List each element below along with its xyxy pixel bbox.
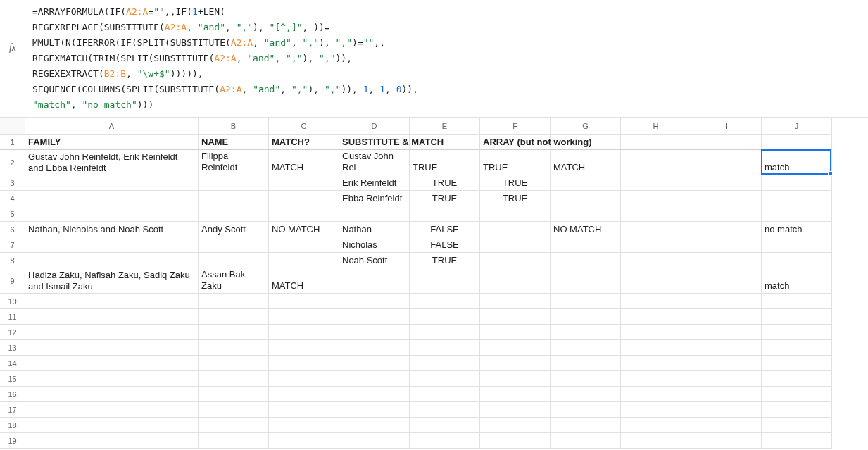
cell-E6[interactable]: FALSE — [410, 222, 480, 237]
cell-B15[interactable] — [199, 371, 269, 387]
cell-A1[interactable]: FAMILY — [25, 135, 199, 150]
column-header-J[interactable]: J — [762, 118, 832, 135]
row-header-8[interactable]: 8 — [0, 253, 25, 268]
row-header-7[interactable]: 7 — [0, 237, 25, 253]
cell-D10[interactable] — [339, 294, 410, 309]
cell-A6[interactable]: Nathan, Nicholas and Noah Scott — [25, 222, 199, 237]
cell-E8[interactable]: TRUE — [410, 253, 480, 268]
cell-C15[interactable] — [269, 371, 339, 387]
column-header-D[interactable]: D — [339, 118, 410, 135]
row-headers[interactable]: 12345678910111213141516171819 — [0, 135, 25, 449]
cell-A3[interactable] — [25, 175, 199, 191]
cell-E7[interactable]: FALSE — [410, 237, 480, 253]
cell-G10[interactable] — [551, 294, 621, 309]
cell-B9[interactable]: Assan Bak Zaku — [199, 268, 269, 294]
cell-A16[interactable] — [25, 387, 199, 402]
cell-I4[interactable] — [691, 191, 762, 206]
cell-F4[interactable]: TRUE — [480, 191, 551, 206]
cell-I13[interactable] — [691, 340, 762, 356]
cell-F15[interactable] — [480, 371, 551, 387]
cell-I12[interactable] — [691, 325, 762, 340]
cell-J7[interactable] — [762, 237, 832, 253]
cell-J14[interactable] — [762, 356, 832, 371]
cell-D13[interactable] — [339, 340, 410, 356]
cell-I16[interactable] — [691, 387, 762, 402]
cell-G2[interactable]: MATCH — [551, 150, 621, 175]
cell-H14[interactable] — [621, 356, 691, 371]
cell-E2[interactable]: TRUE — [410, 150, 480, 175]
cell-C4[interactable] — [269, 191, 339, 206]
cell-G16[interactable] — [551, 387, 621, 402]
cell-C6[interactable]: NO MATCH — [269, 222, 339, 237]
cell-A17[interactable] — [25, 402, 199, 418]
row-header-4[interactable]: 4 — [0, 191, 25, 206]
cell-E15[interactable] — [410, 371, 480, 387]
cell-G8[interactable] — [551, 253, 621, 268]
cell-H4[interactable] — [621, 191, 691, 206]
select-all-corner[interactable] — [0, 118, 25, 135]
cell-D6[interactable]: Nathan — [339, 222, 410, 237]
cell-C14[interactable] — [269, 356, 339, 371]
cell-F8[interactable] — [480, 253, 551, 268]
cell-G7[interactable] — [551, 237, 621, 253]
cell-I14[interactable] — [691, 356, 762, 371]
cell-G3[interactable] — [551, 175, 621, 191]
cell-H8[interactable] — [621, 253, 691, 268]
cell-J17[interactable] — [762, 402, 832, 418]
cell-J16[interactable] — [762, 387, 832, 402]
cell-A8[interactable] — [25, 253, 199, 268]
cell-B2[interactable]: Filippa Reinfeldt — [199, 150, 269, 175]
cell-D12[interactable] — [339, 325, 410, 340]
cell-F13[interactable] — [480, 340, 551, 356]
cell-D16[interactable] — [339, 387, 410, 402]
cell-E19[interactable] — [410, 433, 480, 449]
cell-D3[interactable]: Erik Reinfeldt — [339, 175, 410, 191]
cell-H15[interactable] — [621, 371, 691, 387]
cell-D15[interactable] — [339, 371, 410, 387]
cell-A19[interactable] — [25, 433, 199, 449]
cell-F2[interactable]: TRUE — [480, 150, 551, 175]
cell-F14[interactable] — [480, 356, 551, 371]
cell-D18[interactable] — [339, 418, 410, 433]
cell-C7[interactable] — [269, 237, 339, 253]
cell-C2[interactable]: MATCH — [269, 150, 339, 175]
cell-A9[interactable]: Hadiza Zaku, Nafisah Zaku, Sadiq Zaku an… — [25, 268, 199, 294]
cell-D14[interactable] — [339, 356, 410, 371]
cell-I11[interactable] — [691, 309, 762, 325]
cell-E16[interactable] — [410, 387, 480, 402]
cell-F10[interactable] — [480, 294, 551, 309]
cell-B10[interactable] — [199, 294, 269, 309]
cell-E13[interactable] — [410, 340, 480, 356]
cell-C11[interactable] — [269, 309, 339, 325]
cell-B12[interactable] — [199, 325, 269, 340]
column-header-A[interactable]: A — [25, 118, 199, 135]
row-header-1[interactable]: 1 — [0, 135, 25, 150]
cell-C5[interactable] — [269, 206, 339, 222]
row-header-18[interactable]: 18 — [0, 418, 25, 433]
cell-F16[interactable] — [480, 387, 551, 402]
cell-H3[interactable] — [621, 175, 691, 191]
cell-G17[interactable] — [551, 402, 621, 418]
cell-I15[interactable] — [691, 371, 762, 387]
cell-J12[interactable] — [762, 325, 832, 340]
cell-A10[interactable] — [25, 294, 199, 309]
cell-F12[interactable] — [480, 325, 551, 340]
cell-G14[interactable] — [551, 356, 621, 371]
cell-H11[interactable] — [621, 309, 691, 325]
cell-B8[interactable] — [199, 253, 269, 268]
cell-C13[interactable] — [269, 340, 339, 356]
row-header-16[interactable]: 16 — [0, 387, 25, 402]
column-header-C[interactable]: C — [269, 118, 339, 135]
cell-J18[interactable] — [762, 418, 832, 433]
cell-H13[interactable] — [621, 340, 691, 356]
cell-H17[interactable] — [621, 402, 691, 418]
cell-J19[interactable] — [762, 433, 832, 449]
column-header-E[interactable]: E — [410, 118, 480, 135]
cell-J2[interactable]: match — [762, 150, 832, 175]
column-header-G[interactable]: G — [551, 118, 621, 135]
cell-J8[interactable] — [762, 253, 832, 268]
cell-I8[interactable] — [691, 253, 762, 268]
cell-C17[interactable] — [269, 402, 339, 418]
cell-E5[interactable] — [410, 206, 480, 222]
cell-D4[interactable]: Ebba Reinfeldt — [339, 191, 410, 206]
